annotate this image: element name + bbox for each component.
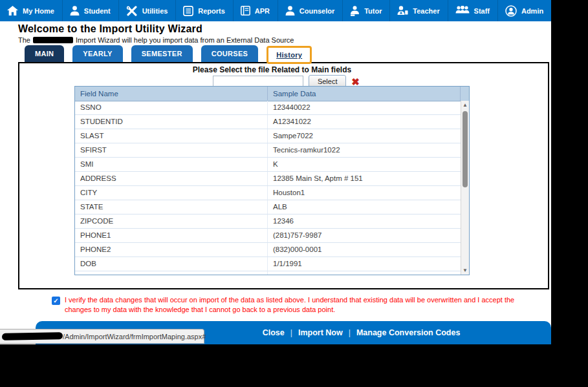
tab-yearly[interactable]: YEARLY	[72, 45, 122, 62]
verify-checkbox[interactable]: ✓	[52, 297, 60, 305]
field-name-cell: ADDRESS	[75, 172, 268, 185]
tab-main[interactable]: MAIN	[25, 45, 64, 62]
tab-history[interactable]: History	[267, 46, 312, 64]
close-button[interactable]: Close	[263, 328, 285, 337]
nav-item-counselor[interactable]: Counselor	[278, 0, 343, 21]
file-select-prompt: Please Select the file Related to Main f…	[74, 65, 470, 74]
table-row: ZIPCODE12346	[75, 214, 461, 229]
tab-courses[interactable]: COURSES	[201, 45, 259, 62]
nav-label: My Home	[23, 7, 54, 15]
scrollbar-thumb[interactable]	[463, 111, 468, 187]
subtitle-suffix: Import Wizard will help you import data …	[76, 36, 294, 44]
page-title: Welcome to the Import Utility Wizard	[18, 23, 202, 35]
sample-data-cell: Houston1	[268, 186, 461, 200]
column-header-field-name: Field Name	[75, 87, 268, 101]
table-body: SSNO123440022 STUDENTIDA12341022 SLASTSa…	[75, 101, 461, 275]
table-scrollbar[interactable]: ▲ ▼	[461, 101, 469, 275]
scroll-up-icon[interactable]: ▲	[461, 102, 469, 108]
home-icon	[7, 6, 18, 16]
wizard-tabs: MAIN YEARLY SEMESTER COURSES History	[25, 45, 312, 62]
utilities-icon	[126, 6, 138, 16]
tutor-icon	[350, 6, 360, 16]
tab-semester[interactable]: SEMESTER	[131, 45, 193, 62]
import-now-button[interactable]: Import Now	[298, 328, 343, 337]
sample-data-cell: Tecnics-ramkur1022	[268, 143, 461, 157]
status-url-path: /Admin/ImportWizard/frmImportMaping.aspx…	[63, 333, 206, 340]
footer-links: Close | Import Now | Manage Conversion C…	[263, 328, 461, 337]
nav-label: Admin	[521, 7, 543, 15]
nav-item-student[interactable]: Student	[63, 0, 119, 21]
content-panel: Please Select the file Related to Main f…	[18, 62, 549, 289]
nav-label: Student	[84, 7, 111, 15]
footer-separator: |	[290, 328, 292, 337]
table-row: SSNO123440022	[75, 101, 461, 115]
nav-item-apr[interactable]: APR	[234, 0, 278, 21]
reports-icon	[183, 6, 193, 16]
staff-icon	[455, 6, 470, 16]
sample-data-cell: 1/1/1991	[268, 257, 461, 271]
browser-status-tooltip: /Admin/ImportWizard/frmImportMaping.aspx…	[0, 329, 204, 344]
field-name-cell: STATE	[75, 200, 268, 214]
subtitle-prefix: The	[18, 36, 30, 44]
counselor-icon	[285, 6, 295, 16]
sample-data-cell: Sampe7022	[268, 129, 461, 143]
page-subtitle: TheImport Wizard will help you import da…	[18, 36, 294, 44]
nav-item-admin[interactable]: Admin	[498, 0, 551, 21]
field-name-cell: DOB	[75, 257, 268, 271]
nav-label: Tutor	[364, 7, 382, 15]
student-icon	[70, 6, 80, 16]
nav-item-reports[interactable]: Reports	[176, 0, 233, 21]
table-header-row: Field Name Sample Data	[75, 87, 469, 101]
nav-label: Utilities	[142, 7, 168, 15]
admin-icon	[505, 5, 517, 17]
verification-section: ✓ I verify the data changes that will oc…	[52, 295, 530, 314]
field-name-cell: PHONE1	[75, 229, 268, 242]
nav-item-utilities[interactable]: Utilities	[119, 0, 177, 21]
field-name-cell: PHONE2	[75, 243, 268, 256]
scroll-down-icon[interactable]: ▼	[461, 267, 469, 273]
sample-data-cell: (832)000-0001	[268, 243, 461, 256]
redacted-domain-scribble	[2, 332, 63, 340]
nav-item-teacher[interactable]: Teacher	[390, 0, 448, 21]
table-row: SFIRSTTecnics-ramkur1022	[75, 143, 461, 158]
manage-conversion-codes-button[interactable]: Manage Conversion Codes	[356, 328, 460, 337]
table-row: SLASTSampe7022	[75, 129, 461, 143]
nav-label: APR	[255, 7, 270, 15]
table-row: ENTRYDATE9/1/2015	[75, 271, 461, 275]
sample-data-cell: 12385 Main St, Aptm # 151	[268, 172, 461, 185]
field-name-cell: SMI	[75, 158, 268, 171]
sample-data-cell: 12346	[268, 214, 461, 228]
redaction-box	[33, 37, 73, 43]
table-row: PHONE1(281)757-9987	[75, 229, 461, 243]
field-name-cell: SFIRST	[75, 143, 268, 157]
field-name-cell: ZIPCODE	[75, 214, 268, 228]
field-name-cell: SSNO	[75, 101, 268, 114]
sample-data-cell: K	[268, 158, 461, 171]
field-name-cell: CITY	[75, 186, 268, 200]
verify-statement-line2: changes to my data with the knowledge th…	[65, 305, 514, 315]
nav-label: Reports	[198, 7, 225, 15]
sample-data-cell: 123440022	[268, 101, 461, 114]
field-name-cell: ENTRYDATE	[75, 271, 268, 275]
verify-statement-line1: I verify the data changes that will occu…	[65, 295, 514, 305]
sample-data-cell: (281)757-9987	[268, 229, 461, 242]
clear-file-icon[interactable]: ✖	[351, 77, 360, 87]
table-row: CITYHouston1	[75, 186, 461, 200]
table-row: ADDRESS12385 Main St, Aptm # 151	[75, 172, 461, 186]
nav-item-my-home[interactable]: My Home	[0, 0, 63, 21]
table-row: STATEALB	[75, 200, 461, 214]
table-row: SMIK	[75, 158, 461, 172]
apr-icon	[241, 6, 250, 16]
nav-label: Teacher	[413, 7, 439, 15]
table-row: STUDENTIDA12341022	[75, 115, 461, 129]
table-row: DOB1/1/1991	[75, 257, 461, 271]
table-row: PHONE2(832)000-0001	[75, 243, 461, 257]
field-name-cell: SLAST	[75, 129, 268, 143]
nav-item-tutor[interactable]: Tutor	[343, 0, 390, 21]
nav-item-staff[interactable]: Staff	[448, 0, 498, 21]
column-header-scroll-spacer	[460, 87, 469, 101]
nav-label: Counselor	[299, 7, 334, 15]
column-header-sample-data: Sample Data	[268, 87, 460, 101]
nav-label: Staff	[474, 7, 490, 15]
sample-data-cell: A12341022	[268, 115, 461, 129]
